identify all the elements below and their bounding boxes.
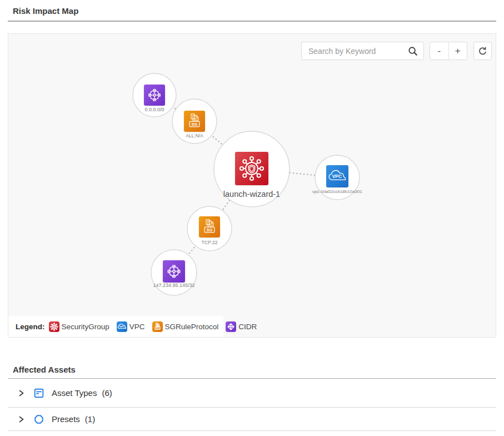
svg-text:SG: SG [207, 227, 213, 232]
graph-node-label-vpc: vpc-0da52ccb18b10a301 [312, 189, 362, 194]
search-icon[interactable] [408, 46, 418, 56]
legend-item-label: SGRuleProtocol [165, 323, 219, 331]
legend-item-sgruleprotocol: SGSGRuleProtocol [152, 321, 219, 332]
title-divider [8, 21, 496, 22]
legend-item-cidr: CIDR [226, 321, 257, 332]
graph-node-icon-cidr-host-cidr-icon[interactable] [163, 260, 185, 283]
asset-types-icon [33, 388, 44, 399]
chevron-right-icon[interactable] [17, 389, 25, 397]
graph-node-label-sg-rule-tcp22: TCP:22 [202, 240, 218, 245]
impact-map-panel: 0.0.0.0/0SGALL:N/Alaunch-wizard-1VPCvpc-… [8, 33, 496, 338]
legend-item-vpc: VPCVPC [117, 321, 145, 332]
zoom-controls: - + [430, 42, 467, 60]
sgruleprotocol-icon: SG [152, 321, 163, 332]
svg-text:SG: SG [156, 327, 159, 329]
cidr-icon [226, 321, 236, 332]
legend-item-label: SecurityGroup [62, 323, 109, 331]
refresh-button[interactable] [473, 42, 492, 60]
svg-text:VPC: VPC [332, 174, 342, 179]
graph-node-label-cidr-host: 147.234.95.145/32 [153, 283, 194, 288]
zoom-in-button[interactable]: + [449, 42, 467, 60]
zoom-out-button[interactable]: - [430, 42, 448, 60]
asset-row-count: (6) [102, 388, 112, 398]
legend-items: SecurityGroupVPCVPCSGSGRuleProtocolCIDR [49, 321, 265, 332]
legend-item-securitygroup: SecurityGroup [49, 321, 109, 332]
legend-item-label: VPC [129, 323, 145, 331]
legend-bar: Legend: SecurityGroupVPCVPCSGSGRuleProto… [8, 316, 223, 337]
presets-icon [33, 414, 44, 425]
page-title: Risk Impact Map [13, 6, 78, 16]
impact-map-graph[interactable] [8, 34, 496, 337]
asset-row-presets[interactable]: Presets(1) [8, 408, 496, 431]
asset-row-count: (1) [85, 414, 95, 424]
vpc-icon: VPC [117, 321, 127, 332]
legend-item-label: CIDR [238, 323, 257, 331]
graph-node-label-launch-wizard-1: launch-wizard-1 [223, 190, 280, 199]
graph-node-icon-sg-rule-tcp22-sgruleprotocol-icon[interactable]: SG [199, 216, 220, 237]
graph-node-icon-vpc-vpc-icon[interactable]: VPC [326, 165, 348, 187]
svg-text:VPC: VPC [119, 325, 124, 328]
affected-assets-title: Affected Assets [13, 365, 76, 374]
chevron-right-icon[interactable] [17, 415, 25, 423]
graph-node-icon-cidr-any-cidr-icon[interactable] [144, 85, 165, 106]
affected-assets-list: Asset Types(6)Presets(1) [8, 379, 496, 431]
asset-row-label: Asset Types [52, 388, 97, 398]
graph-node-label-sg-rule-all: ALL:N/A [186, 133, 203, 138]
asset-row-label: Presets [52, 414, 80, 424]
graph-node-label-cidr-any: 0.0.0.0/0 [144, 107, 164, 112]
refresh-icon [474, 46, 491, 56]
asset-row-asset-types[interactable]: Asset Types(6) [8, 379, 496, 408]
risk-impact-page: Risk Impact Map 0.0.0.0/0SGALL:N/Alaunch… [0, 0, 504, 436]
search-box [301, 42, 424, 60]
securitygroup-icon [49, 321, 59, 332]
graph-node-icon-launch-wizard-1-securitygroup-icon[interactable] [235, 152, 268, 185]
graph-node-icon-sg-rule-all-sgruleprotocol-icon[interactable]: SG [184, 111, 205, 132]
search-input[interactable] [302, 42, 423, 60]
svg-text:SG: SG [192, 122, 198, 127]
legend-label: Legend: [16, 323, 45, 331]
